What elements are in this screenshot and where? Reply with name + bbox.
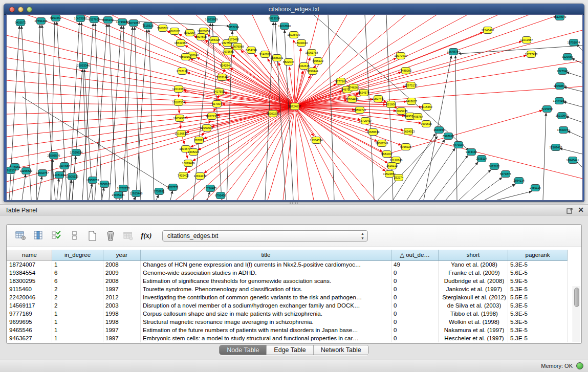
graph-node[interactable]: 16914479 <box>194 173 207 180</box>
graph-node[interactable]: 252274 <box>394 174 404 181</box>
graph-node[interactable]: 7515526 <box>142 23 154 29</box>
table-cell[interactable]: Dudbridge et al. (2008) <box>439 277 508 285</box>
citation-edge-black[interactable] <box>135 27 141 200</box>
graph-node[interactable]: 10688639 <box>367 129 380 136</box>
table-row[interactable]: 911546021997Tourette syndrome. Phenomeno… <box>7 285 574 293</box>
graph-node[interactable]: 18640910 <box>295 40 308 47</box>
table-cell[interactable]: 1 <box>52 260 103 269</box>
table-cell[interactable]: 22420046 <box>7 293 52 301</box>
graph-node[interactable]: 12444154 <box>553 98 566 104</box>
citation-edge-black[interactable] <box>572 58 582 63</box>
table-cell[interactable]: 5.3E-5 <box>508 334 568 342</box>
table-cell[interactable]: 9777169 <box>7 310 52 318</box>
graph-node[interactable]: 9463627 <box>406 98 417 105</box>
graph-node[interactable]: 11156829 <box>20 168 32 174</box>
table-cell[interactable]: Estimation of significance thresholds fo… <box>141 277 391 285</box>
table-row[interactable]: 977716911998Corpus callosum shape and si… <box>7 310 574 318</box>
graph-node[interactable]: 8186328 <box>209 37 220 43</box>
graph-node[interactable]: 16648784 <box>447 49 460 55</box>
graph-node[interactable]: 8471876 <box>500 171 511 178</box>
graph-node[interactable]: 18807249 <box>376 140 388 147</box>
citation-edge-black[interactable] <box>37 177 42 200</box>
graph-node[interactable]: 1362615 <box>298 63 310 70</box>
table-cell[interactable]: 0 <box>391 285 439 293</box>
graph-node[interactable]: 18724007 <box>289 103 301 110</box>
new-document-icon[interactable] <box>86 230 99 242</box>
table-cell[interactable]: 5.9E-5 <box>508 277 568 285</box>
graph-node[interactable]: 18107554 <box>172 99 185 106</box>
graph-node[interactable]: 13505115 <box>66 173 78 180</box>
citation-edge-black[interactable] <box>485 184 515 200</box>
table-cell[interactable]: 0 <box>391 277 439 285</box>
graph-node[interactable]: 8822037 <box>283 59 294 65</box>
table-cell[interactable]: 14569117 <box>7 301 52 310</box>
float-panel-icon[interactable] <box>567 207 573 213</box>
graph-node[interactable]: 16961758 <box>306 50 318 56</box>
graph-node[interactable]: 8454749 <box>246 47 257 54</box>
graph-node[interactable]: 9890162 <box>180 54 191 60</box>
graph-node[interactable]: 621606 <box>386 101 396 108</box>
citation-edge-red[interactable] <box>7 106 295 193</box>
graph-node[interactable]: 9427552 <box>213 89 225 95</box>
graph-node[interactable]: 11451944 <box>53 172 66 179</box>
graph-node[interactable]: 19654923 <box>402 128 415 135</box>
column-header-pagerank[interactable]: pagerank <box>508 250 568 260</box>
graph-node[interactable]: 16671358 <box>127 20 140 27</box>
table-row[interactable]: 969969511998Structural magnetic resonanc… <box>7 318 574 326</box>
graph-node[interactable]: 8267130 <box>206 113 217 120</box>
table-cell[interactable]: Franke et al. (2009) <box>439 269 508 277</box>
graph-node[interactable]: 1527602 <box>89 16 100 23</box>
graph-node[interactable]: 20364486 <box>346 96 359 103</box>
graph-node[interactable]: 2803144 <box>216 74 228 81</box>
table-cell[interactable]: 0 <box>391 301 439 310</box>
table-cell[interactable]: Stergiakouli et al. (2012) <box>439 293 508 301</box>
table-cell[interactable]: Structural magnetic resonance image aver… <box>141 318 391 326</box>
graph-node[interactable]: 9498222 <box>188 149 199 156</box>
citation-edge-black[interactable] <box>89 184 92 200</box>
table-cell[interactable]: 1 <box>52 310 103 318</box>
function-icon[interactable]: f(x) <box>140 230 153 242</box>
table-cell[interactable]: Nakamura et al. (1997) <box>439 326 508 334</box>
citation-edge-black[interactable] <box>543 113 546 200</box>
graph-node[interactable]: 27691406 <box>35 18 48 25</box>
column-header-short[interactable]: short <box>439 250 508 260</box>
citation-edge-black[interactable] <box>393 134 435 200</box>
citation-edge-black[interactable] <box>365 15 374 200</box>
citation-edge-red[interactable] <box>7 106 295 182</box>
table-cell[interactable]: 1998 <box>103 318 141 326</box>
table-cell[interactable]: 0 <box>391 334 439 342</box>
rows-icon[interactable] <box>69 230 81 242</box>
table-cell[interactable]: 0 <box>391 269 439 277</box>
table-row[interactable]: 946554611997Estimation of the future num… <box>7 326 574 334</box>
graph-node[interactable]: 3624574 <box>358 90 369 96</box>
graph-node[interactable]: 9115460 <box>421 104 432 111</box>
citation-network-graph[interactable]: 9405572276914069153462106532871527602646… <box>7 15 582 200</box>
table-cell[interactable]: Tibbo et al. (1998) <box>439 310 508 318</box>
graph-node[interactable]: 9227342 <box>557 68 568 75</box>
citation-edge-black[interactable] <box>455 56 457 200</box>
tab-node-table[interactable]: Node Table <box>220 345 267 355</box>
table-source-select[interactable]: citations_edges.txt ▲▼ <box>162 230 368 242</box>
table-cell[interactable]: 5.3E-5 <box>508 285 568 293</box>
graph-node[interactable]: 1694134 <box>513 178 525 184</box>
graph-node[interactable]: 16543382 <box>175 40 187 47</box>
graph-node[interactable]: 9699695 <box>421 121 432 127</box>
table-cell[interactable]: Estimation of the future numbers of pati… <box>141 326 391 334</box>
graph-node[interactable]: 8813054 <box>269 15 280 22</box>
graph-node[interactable]: 7955123 <box>312 58 323 64</box>
column-header-year[interactable]: year <box>103 250 141 260</box>
table-cell[interactable]: 0 <box>391 326 439 334</box>
graph-node[interactable]: 19218996 <box>278 23 291 30</box>
graph-node[interactable]: 8660128 <box>169 28 180 35</box>
scrollbar-thumb[interactable] <box>574 288 579 307</box>
table-cell[interactable]: Tourette syndrome. Phenomenology and cla… <box>141 285 391 293</box>
table-cell[interactable]: 9115460 <box>7 285 52 293</box>
window-titlebar[interactable]: citations_edges.txt <box>4 4 584 15</box>
citation-edge-black[interactable] <box>149 30 154 200</box>
graph-node[interactable]: 21053346 <box>77 62 90 69</box>
graph-node[interactable]: 6466160 <box>102 17 114 24</box>
graph-node[interactable]: 917004 <box>212 101 222 107</box>
close-panel-icon[interactable]: ✕ <box>578 206 584 213</box>
citation-edge-black[interactable] <box>57 179 59 200</box>
citation-edge-black[interactable] <box>207 192 210 200</box>
